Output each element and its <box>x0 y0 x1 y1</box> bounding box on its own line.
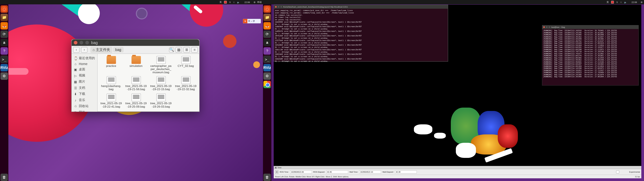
sidebar-item-icon: ⌚ <box>74 56 78 60</box>
session-icon[interactable]: ⚙ <box>641 1 643 4</box>
sidebar-item[interactable]: ⌂Home <box>72 61 97 66</box>
terminal-titlebar[interactable]: lww@lww: ~/bag <box>542 25 638 29</box>
ime-lang[interactable]: 英 <box>248 20 250 22</box>
volume-icon[interactable]: 🔈 <box>624 1 627 4</box>
sidebar-item[interactable]: ▷视频 <box>72 72 97 79</box>
file-item[interactable]: tree_2021-05-19-19-22-41.bag <box>99 93 123 109</box>
file-item[interactable]: hang1daohang.bag <box>99 76 123 92</box>
file-grid[interactable]: practicesimulationcartographer_paper_deu… <box>98 54 199 112</box>
file-item[interactable]: CYT_02.bag <box>174 55 198 75</box>
launcher-files[interactable]: 📁 <box>0 14 8 21</box>
launcher-settings[interactable]: ⚙ <box>264 72 271 80</box>
file-item[interactable]: cartographer_paper_deutsches_museum.bag <box>149 55 173 75</box>
launcher-amazon[interactable]: a <box>264 39 271 46</box>
bluetooth-icon[interactable]: ᚼ <box>233 1 234 4</box>
keyboard-indicator[interactable]: 英 <box>606 1 609 4</box>
terminal-output[interactable]: [RUNNING] Bag Time: 1553847213.242916 Du… <box>542 29 638 78</box>
file-item[interactable]: practice <box>99 55 123 75</box>
sidebar-item[interactable]: ♪音乐 <box>72 97 97 103</box>
launcher-ubuntu-dash[interactable]: ◌ <box>264 5 271 13</box>
volume-icon[interactable]: 🔈 <box>237 1 240 4</box>
update-indicator-icon[interactable] <box>611 1 614 4</box>
path-current[interactable]: bag <box>113 47 124 52</box>
launcher-rviz[interactable]: RViz <box>0 64 8 72</box>
sidebar-item[interactable]: ▣桌面 <box>72 66 97 72</box>
launcher-settings[interactable]: ⚙ <box>0 72 8 80</box>
keyboard-indicator[interactable]: 英 <box>220 1 222 4</box>
launcher-chrome[interactable] <box>264 81 271 88</box>
roslaunch-terminal[interactable]: /home/lww/loam_ws/src/loam_livox/launch/… <box>274 5 448 62</box>
network-icon[interactable]: ⥮ <box>229 1 231 4</box>
launcher-ubuntu-dash[interactable]: ◌ <box>0 5 8 13</box>
hamburger-button[interactable]: ≡ <box>191 47 198 52</box>
maximize-icon[interactable] <box>280 6 282 8</box>
view-list-button[interactable]: ≣ <box>184 47 190 52</box>
terminal-output[interactable]: aser_mapping_ros_param]: common/pcd_save… <box>274 9 448 63</box>
ros-time-field[interactable] <box>290 170 312 174</box>
bluetooth-icon[interactable]: ᚼ <box>620 1 622 4</box>
launcher-trash[interactable]: 🗑 <box>0 174 8 181</box>
minimize-icon[interactable] <box>278 6 280 8</box>
experimental-checkbox[interactable]: Experimental <box>607 170 640 174</box>
wall-time-field[interactable] <box>359 170 381 174</box>
file-item[interactable]: tree_2021-05-19-19-22-15.bag <box>149 76 173 92</box>
file-item[interactable]: tree_2021-05-19-19-21-56.bag <box>124 76 148 92</box>
maximize-icon[interactable] <box>548 26 550 28</box>
launcher-firefox[interactable]: 🦊 <box>264 22 271 30</box>
forward-button[interactable]: › <box>81 47 88 52</box>
minimize-icon[interactable] <box>546 26 548 28</box>
ime-moon-icon[interactable]: ♪ <box>251 20 252 22</box>
sidebar-item[interactable]: ⌚最近使用的 <box>72 55 97 62</box>
ime-mode[interactable]: 拼 <box>253 20 255 22</box>
rviz-time-panel-header[interactable]: ▣ Time <box>274 166 641 169</box>
sogou-ime-bar[interactable]: S 英 ♪ 拼 <box>243 19 261 24</box>
search-button[interactable]: 🔍 <box>169 47 174 52</box>
back-button[interactable]: ‹ <box>73 47 80 52</box>
sidebar-item[interactable]: ▦图片 <box>72 79 97 85</box>
launcher-files[interactable]: 📁 <box>264 14 271 21</box>
file-item[interactable]: tree_2021-05-19-19-22-32.bag <box>174 76 198 92</box>
close-icon[interactable] <box>74 41 78 44</box>
experimental-check[interactable] <box>607 170 628 174</box>
ros-elapsed-field[interactable] <box>326 170 348 174</box>
file-manager-window[interactable]: bag ‹ › ⌂ 主文件夹 bag 🔍 ▦ ≣ ≡ ⌚最近使用的⌂Home▣桌… <box>71 39 200 112</box>
launcher-terminal[interactable]: >_ <box>0 56 8 63</box>
file-label: tree_2021-05-19-19-21-56.bag <box>125 85 147 91</box>
launcher-firefox[interactable]: 🦊 <box>0 22 8 30</box>
sidebar-item[interactable]: ♲回收站 <box>72 103 97 110</box>
wall-elapsed-field[interactable] <box>395 170 417 174</box>
session-icon[interactable]: ⚙ <box>254 1 256 4</box>
update-indicator-icon[interactable] <box>224 1 227 4</box>
folder-icon <box>106 56 116 64</box>
minimize-icon[interactable] <box>80 41 83 44</box>
launcher-software-center[interactable]: ⟳ <box>0 30 8 38</box>
terminal-titlebar[interactable]: /home/lww/loam_ws/src/loam_livox/launch/… <box>274 5 448 9</box>
sidebar-item[interactable]: ⬇下载 <box>72 91 97 97</box>
launcher-rviz[interactable]: RViz <box>264 64 271 72</box>
launcher-terminal[interactable]: >_ <box>264 56 271 63</box>
view-grid-button[interactable]: ▦ <box>176 47 182 52</box>
close-icon[interactable] <box>275 6 277 8</box>
rosbag-terminal[interactable]: lww@lww: ~/bag [RUNNING] Bag Time: 15538… <box>542 25 639 86</box>
launcher-software-center[interactable]: ⟳ <box>264 30 271 38</box>
file-item[interactable]: tree_2021-05-19-19-26-03.bag <box>149 93 173 109</box>
launcher-help[interactable]: ? <box>264 47 271 55</box>
clock[interactable]: 22:08 <box>244 1 250 4</box>
file-item[interactable]: simulation <box>124 55 148 75</box>
launcher-trash[interactable]: 🗑 <box>264 174 271 181</box>
launcher-amazon[interactable]: a <box>0 39 8 46</box>
collapse-icon[interactable]: ▣ <box>275 166 277 168</box>
rviz-status-bar: Reset Left-Click: Rotate. Middle-Click: … <box>274 175 641 178</box>
sidebar-item[interactable]: ☰文档 <box>72 85 97 91</box>
close-icon[interactable] <box>543 26 545 28</box>
path-bar[interactable]: ⌂ 主文件夹 bag <box>90 46 166 53</box>
file-item[interactable]: tree_2021-05-19-19-25-09.bag <box>124 93 148 109</box>
pause-button[interactable]: ⏸ <box>275 170 278 174</box>
network-icon[interactable]: ⥮ <box>616 1 618 4</box>
sidebar-item[interactable]: ⇅网络 <box>72 109 97 112</box>
launcher-help[interactable]: ? <box>0 47 8 55</box>
maximize-icon[interactable] <box>85 41 89 44</box>
path-home[interactable]: ⌂ 主文件夹 <box>90 46 112 53</box>
window-titlebar[interactable]: bag <box>72 40 199 46</box>
clock[interactable]: 22:08 <box>632 1 637 4</box>
